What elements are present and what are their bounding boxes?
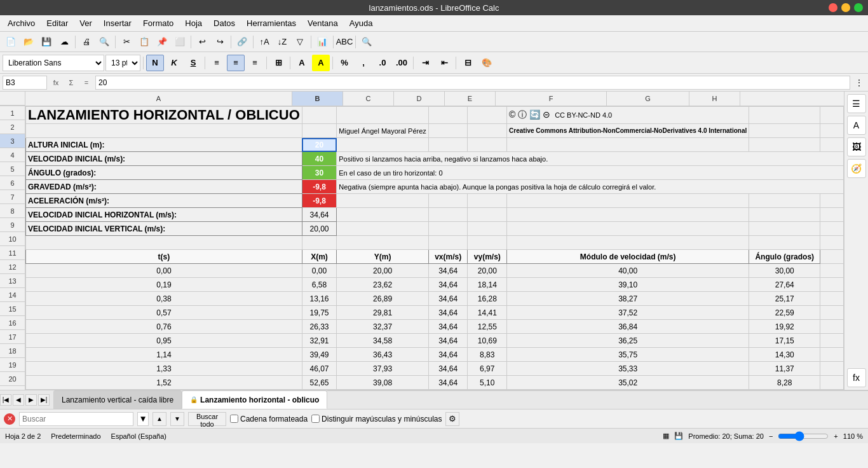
- cell-d19[interactable]: 34,64: [428, 362, 468, 376]
- percent-button[interactable]: %: [336, 55, 353, 71]
- cell-d3[interactable]: [428, 138, 468, 152]
- cell-b9[interactable]: 20,00: [302, 222, 337, 236]
- cell-g13[interactable]: 27,64: [749, 278, 820, 292]
- window-maximize-button[interactable]: [854, 3, 863, 12]
- window-close-button[interactable]: [829, 3, 837, 12]
- cell-b14[interactable]: 13,16: [302, 292, 337, 306]
- cell-c3[interactable]: [337, 138, 429, 152]
- autofilter-button[interactable]: ▽: [292, 34, 308, 50]
- cell-g19[interactable]: 11,37: [749, 362, 820, 376]
- redo-button[interactable]: ↪: [212, 34, 228, 50]
- menu-datos[interactable]: Datos: [208, 17, 240, 29]
- cell-c16[interactable]: 32,37: [337, 320, 429, 334]
- cell-e11[interactable]: vy(m/s): [468, 250, 507, 264]
- sheet-nav-first[interactable]: |◀: [0, 394, 11, 406]
- cell-b4[interactable]: 40: [302, 152, 337, 166]
- cell-g9[interactable]: [749, 222, 820, 236]
- cell-c17[interactable]: 34,58: [337, 334, 429, 348]
- cell-b5[interactable]: 30: [302, 166, 337, 180]
- cell-a6[interactable]: GRAVEDAD (m/s²):: [26, 180, 302, 194]
- cell-a10[interactable]: [26, 236, 302, 250]
- cell-a5[interactable]: ÁNGULO (grados):: [26, 166, 302, 180]
- align-right-button[interactable]: ≡: [246, 55, 264, 71]
- font-color-button[interactable]: A: [293, 55, 311, 71]
- cell-h2[interactable]: [820, 124, 844, 138]
- sheet-tab-2[interactable]: 🔒 Lanzamiento horizontal - oblicuo: [182, 390, 327, 409]
- search-options-button[interactable]: ⚙: [445, 412, 459, 426]
- cell-f19[interactable]: 35,33: [507, 362, 749, 376]
- cell-b10[interactable]: [302, 236, 337, 250]
- save-button[interactable]: 💾: [38, 34, 55, 50]
- functions-panel-button[interactable]: fx: [847, 368, 866, 387]
- cell-g15[interactable]: 22,59: [749, 306, 820, 320]
- cell-reference-input[interactable]: [3, 76, 47, 90]
- cell-d18[interactable]: 34,64: [428, 348, 468, 362]
- text-panel-button[interactable]: A: [847, 116, 866, 135]
- cell-f16[interactable]: 36,84: [507, 320, 749, 334]
- cell-d17[interactable]: 34,64: [428, 334, 468, 348]
- increase-indent-button[interactable]: ⇥: [416, 55, 434, 71]
- cell-b18[interactable]: 39,49: [302, 348, 337, 362]
- cell-e8[interactable]: [468, 208, 507, 222]
- cell-e13[interactable]: 18,14: [468, 278, 507, 292]
- search-up-button[interactable]: ▲: [153, 412, 166, 426]
- save-remote-button[interactable]: ☁: [56, 34, 72, 50]
- menu-herramientas[interactable]: Herramientas: [241, 17, 301, 29]
- cell-f8[interactable]: [507, 208, 749, 222]
- cell-e10[interactable]: [468, 236, 507, 250]
- cell-e20[interactable]: 5,10: [468, 376, 507, 390]
- menu-editar[interactable]: Editar: [41, 17, 73, 29]
- cell-a16[interactable]: 0,76: [26, 320, 302, 334]
- cell-c7[interactable]: [337, 194, 429, 208]
- cell-h8[interactable]: [820, 208, 844, 222]
- case-checkbox[interactable]: [311, 415, 320, 423]
- menu-formato[interactable]: Formato: [138, 17, 179, 29]
- cell-a7[interactable]: ACELERACIÓN (m/s²):: [26, 194, 302, 208]
- highlight-button[interactable]: A: [312, 55, 330, 71]
- cell-g12[interactable]: 30,00: [749, 264, 820, 278]
- cell-h3[interactable]: [820, 138, 844, 152]
- cell-b1[interactable]: [302, 107, 337, 124]
- menu-ventana[interactable]: Ventana: [302, 17, 343, 29]
- cell-g14[interactable]: 25,17: [749, 292, 820, 306]
- cell-b2[interactable]: [302, 124, 337, 138]
- cell-a1[interactable]: LANZAMIENTO HORIZONTAL / OBLICUO: [26, 107, 302, 124]
- zoom-out-icon[interactable]: −: [769, 432, 773, 440]
- cell-d9[interactable]: [428, 222, 468, 236]
- cell-b3[interactable]: 20: [302, 138, 337, 152]
- cell-h9[interactable]: [820, 222, 844, 236]
- cell-g10[interactable]: [749, 236, 820, 250]
- search-case-check[interactable]: Distinguir mayúsculas y minúsculas: [311, 415, 442, 423]
- cell-d14[interactable]: 34,64: [428, 292, 468, 306]
- cell-g17[interactable]: 17,15: [749, 334, 820, 348]
- cell-e14[interactable]: 16,28: [468, 292, 507, 306]
- formula-input[interactable]: [95, 76, 850, 90]
- cell-f7[interactable]: [507, 194, 749, 208]
- cell-f11[interactable]: Módulo de velocidad (m/s): [507, 250, 749, 264]
- cell-e1[interactable]: [468, 107, 507, 124]
- increase-decimal-button[interactable]: .0: [374, 55, 391, 71]
- cell-e19[interactable]: 6,97: [468, 362, 507, 376]
- sort-asc-button[interactable]: ↑A: [256, 34, 273, 50]
- cell-a8[interactable]: VELOCIDAD INICIAL HORIZONTAL (m/s):: [26, 208, 302, 222]
- cell-g8[interactable]: [749, 208, 820, 222]
- cell-c10[interactable]: [337, 236, 429, 250]
- cell-g1[interactable]: [749, 107, 820, 124]
- cell-h12[interactable]: [820, 264, 844, 278]
- cut-button[interactable]: ✂: [118, 34, 135, 50]
- formula-more-button[interactable]: ⋮: [853, 76, 865, 90]
- cell-d10[interactable]: [428, 236, 468, 250]
- sheet-nav-next[interactable]: ▶: [25, 394, 37, 406]
- cell-a17[interactable]: 0,95: [26, 334, 302, 348]
- cell-g2[interactable]: [749, 124, 820, 138]
- print-button[interactable]: 🖨: [78, 34, 95, 50]
- align-left-button[interactable]: ≡: [208, 55, 226, 71]
- cell-f17[interactable]: 36,25: [507, 334, 749, 348]
- window-minimize-button[interactable]: [841, 3, 850, 12]
- cell-h1[interactable]: [820, 107, 844, 124]
- cell-e2[interactable]: [468, 124, 507, 138]
- cell-a3[interactable]: ALTURA INICIAL (m):: [26, 138, 302, 152]
- copy-button[interactable]: 📋: [136, 34, 153, 50]
- zoom-in-icon[interactable]: +: [834, 432, 837, 440]
- cell-c12[interactable]: 20,00: [337, 264, 429, 278]
